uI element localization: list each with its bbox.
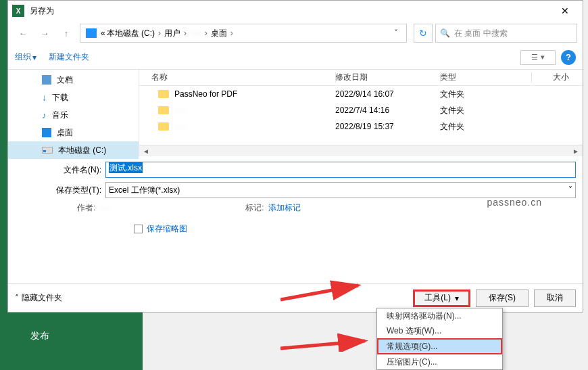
tree-local-disk-c[interactable]: 本地磁盘 (C:): [8, 141, 139, 159]
menu-map-drive[interactable]: 映射网络驱动器(N)...: [377, 308, 502, 323]
thumbnail-label: 保存缩略图: [147, 223, 187, 235]
horizontal-scrollbar[interactable]: ◄ ►: [139, 145, 583, 156]
back-button[interactable]: ←: [14, 24, 32, 42]
file-rows: PassNeo for PDF 2022/9/14 16:07 文件夹 ····…: [139, 86, 583, 145]
folder-icon: [158, 122, 169, 131]
add-tags-link[interactable]: 添加标记: [268, 202, 301, 214]
organize-button[interactable]: 组织▾: [15, 51, 36, 63]
breadcrumb[interactable]: « 本地磁盘 (C:) › 用户 › ····· › 桌面 › ˅: [80, 24, 407, 43]
header-date[interactable]: 修改日期: [335, 72, 440, 83]
chevron-up-icon: ˄: [15, 294, 19, 303]
column-headers: 名称 修改日期 类型 大小: [139, 70, 583, 86]
publish-label: 发布: [7, 313, 143, 342]
watermark: passneo.cn: [487, 197, 542, 208]
bc-users[interactable]: 用户: [164, 28, 180, 39]
cancel-button[interactable]: 取消: [534, 290, 576, 307]
body-area: 文档 ↓下载 ♪音乐 桌面 本地磁盘 (C:) 名称 修改日期 类型 大小 Pa…: [8, 70, 583, 156]
document-icon: [42, 75, 51, 85]
refresh-button[interactable]: ↻: [414, 24, 433, 43]
download-icon: ↓: [42, 92, 47, 103]
bc-hidden[interactable]: ·····: [190, 28, 201, 38]
forward-button[interactable]: →: [35, 24, 54, 42]
scroll-right-icon[interactable]: ►: [570, 146, 581, 156]
svg-line-1: [280, 341, 365, 348]
header-name[interactable]: 名称: [139, 72, 335, 83]
scroll-left-icon[interactable]: ◄: [141, 146, 151, 156]
new-folder-button[interactable]: 新建文件夹: [49, 51, 89, 63]
file-row[interactable]: ····· 2022/7/4 14:16 文件夹: [139, 102, 583, 118]
computer-icon: [86, 28, 97, 38]
thumbnail-checkbox[interactable]: [134, 225, 143, 233]
filetype-label: 保存类型(T):: [15, 185, 105, 196]
tree-desktop[interactable]: 桌面: [8, 124, 139, 141]
toolbar: 组织▾ 新建文件夹 ☰ ▾ ?: [8, 45, 583, 70]
search-input[interactable]: 🔍 在 桌面 中搜索: [435, 24, 577, 43]
dialog-title: 另存为: [30, 5, 552, 17]
form-area: 文件名(N): 测试.xlsx 保存类型(T): Excel 工作簿(*.xls…: [8, 156, 583, 235]
close-button[interactable]: ✕: [552, 1, 579, 20]
filename-label: 文件名(N):: [15, 164, 105, 176]
folder-icon: [158, 90, 169, 98]
file-row[interactable]: ····· 2022/8/19 15:37 文件夹: [139, 118, 583, 135]
app-green-sidebar: [0, 0, 7, 370]
excel-icon: X: [12, 5, 24, 17]
disk-icon: [42, 147, 53, 154]
tree-downloads[interactable]: ↓下载: [8, 89, 139, 106]
chevron-right-icon: ›: [230, 28, 233, 38]
folder-icon: [158, 106, 169, 114]
annotation-arrow-2: [280, 331, 375, 352]
chevron-down-icon: ▾: [455, 294, 459, 303]
bc-drive[interactable]: 本地磁盘 (C:): [107, 28, 155, 39]
bc-part[interactable]: «: [101, 28, 105, 38]
titlebar: X 另存为 ✕: [8, 1, 583, 21]
tools-button[interactable]: 工具(L)▾: [413, 290, 470, 307]
save-as-dialog: X 另存为 ✕ ← → ↑ « 本地磁盘 (C:) › 用户 › ····· ›…: [7, 0, 583, 313]
menu-compress-pictures[interactable]: 压缩图片(C)...: [377, 354, 502, 369]
chevron-down-icon: ▾: [32, 53, 36, 62]
search-placeholder: 在 桌面 中搜索: [454, 28, 508, 39]
search-icon: 🔍: [440, 28, 450, 38]
file-row[interactable]: PassNeo for PDF 2022/9/14 16:07 文件夹: [139, 86, 583, 102]
filename-input[interactable]: 测试.xlsx: [105, 162, 576, 178]
annotation-arrow-1: [280, 276, 368, 303]
breadcrumb-dropdown[interactable]: ˅: [389, 28, 403, 38]
bc-desktop[interactable]: 桌面: [211, 28, 227, 39]
hide-folders-button[interactable]: ˄ 隐藏文件夹: [15, 292, 62, 304]
menu-general-options[interactable]: 常规选项(G)...: [377, 338, 502, 354]
help-button[interactable]: ?: [561, 50, 576, 65]
music-icon: ♪: [42, 110, 47, 120]
view-mode-button[interactable]: ☰ ▾: [520, 50, 556, 65]
chevron-right-icon: ›: [158, 28, 161, 38]
tree-music[interactable]: ♪音乐: [8, 106, 139, 124]
svg-line-0: [280, 285, 358, 300]
tags-label: 标记:: [245, 202, 264, 214]
header-size[interactable]: 大小: [531, 72, 583, 83]
tools-menu: 映射网络驱动器(N)... Web 选项(W)... 常规选项(G)... 压缩…: [376, 308, 503, 370]
author-label: 作者:: [77, 202, 95, 214]
chevron-down-icon: ˅: [568, 185, 572, 195]
file-list: 名称 修改日期 类型 大小 PassNeo for PDF 2022/9/14 …: [139, 70, 583, 156]
nav-bar: ← → ↑ « 本地磁盘 (C:) › 用户 › ····· › 桌面 › ˅ …: [8, 21, 583, 45]
filetype-select[interactable]: Excel 工作簿(*.xlsx)˅: [105, 182, 576, 198]
header-type[interactable]: 类型: [440, 72, 531, 83]
author-value[interactable]: ·····: [99, 204, 140, 213]
tree-documents[interactable]: 文档: [8, 71, 139, 89]
tree-panel: 文档 ↓下载 ♪音乐 桌面 本地磁盘 (C:): [8, 70, 139, 156]
chevron-right-icon: ›: [184, 28, 187, 38]
up-button[interactable]: ↑: [57, 24, 76, 42]
menu-web-options[interactable]: Web 选项(W)...: [377, 323, 502, 338]
save-button[interactable]: 保存(S): [476, 290, 529, 307]
app-green-bottom: 发布: [7, 313, 143, 370]
chevron-right-icon: ›: [205, 28, 207, 38]
desktop-icon: [42, 128, 51, 137]
